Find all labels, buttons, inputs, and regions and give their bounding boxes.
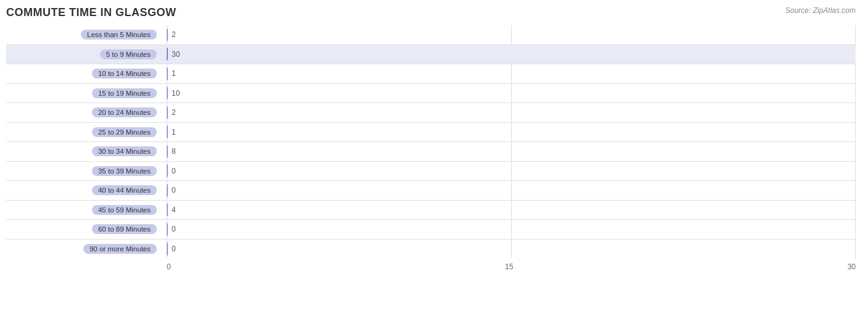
bar-fill bbox=[167, 164, 168, 177]
bar-value: 0 bbox=[172, 186, 176, 195]
bar-row: 35 to 39 Minutes0 bbox=[6, 162, 856, 182]
bar-value: 30 bbox=[172, 50, 180, 59]
bar-fill bbox=[167, 106, 168, 119]
row-label: 60 to 89 Minutes bbox=[92, 224, 157, 234]
bar-value: 1 bbox=[172, 128, 176, 136]
chart-area: Less than 5 Minutes25 to 9 Minutes3010 t… bbox=[6, 25, 856, 274]
bar-fill bbox=[167, 125, 168, 138]
row-label: 10 to 14 Minutes bbox=[92, 69, 157, 78]
row-label: 40 to 44 Minutes bbox=[92, 185, 157, 195]
row-label: 5 to 9 Minutes bbox=[100, 49, 157, 59]
row-label: 35 to 39 Minutes bbox=[92, 166, 157, 176]
x-tick: 30 bbox=[848, 262, 856, 271]
bar-value: 2 bbox=[172, 30, 176, 39]
chart-title: COMMUTE TIME IN GLASGOW bbox=[6, 6, 856, 19]
bar-row: 20 to 24 Minutes2 bbox=[6, 103, 856, 123]
bar-value: 1 bbox=[172, 69, 176, 78]
row-label: 15 to 19 Minutes bbox=[92, 88, 157, 98]
bar-fill bbox=[167, 223, 168, 236]
bar-row: 90 or more Minutes0 bbox=[6, 240, 856, 259]
row-label: 90 or more Minutes bbox=[83, 244, 157, 254]
x-tick: 0 bbox=[167, 262, 171, 271]
bar-fill bbox=[167, 48, 168, 61]
bar-row: 10 to 14 Minutes1 bbox=[6, 64, 856, 84]
bar-value: 10 bbox=[172, 89, 180, 98]
bar-row: 60 to 89 Minutes0 bbox=[6, 220, 856, 240]
row-label: 45 to 59 Minutes bbox=[92, 205, 157, 215]
bar-row: Less than 5 Minutes2 bbox=[6, 25, 856, 45]
bar-fill bbox=[167, 242, 168, 256]
row-label: Less than 5 Minutes bbox=[81, 30, 157, 40]
row-label: 20 to 24 Minutes bbox=[92, 107, 157, 117]
bar-row: 45 to 59 Minutes4 bbox=[6, 201, 856, 220]
bar-value: 0 bbox=[172, 225, 176, 233]
bar-row: 5 to 9 Minutes30 bbox=[6, 45, 856, 65]
x-axis: 01530 bbox=[167, 259, 856, 274]
bar-value: 2 bbox=[172, 108, 176, 117]
source-label: Source: ZipAtlas.com bbox=[785, 6, 856, 15]
row-label: 30 to 34 Minutes bbox=[92, 146, 157, 156]
row-label: 25 to 29 Minutes bbox=[92, 127, 157, 137]
bar-value: 8 bbox=[172, 147, 176, 156]
bar-row: 30 to 34 Minutes8 bbox=[6, 142, 856, 162]
bar-value: 0 bbox=[172, 245, 176, 253]
bar-fill bbox=[167, 67, 168, 80]
bar-row: 15 to 19 Minutes10 bbox=[6, 84, 856, 104]
chart-container: COMMUTE TIME IN GLASGOW Source: ZipAtlas… bbox=[0, 0, 868, 323]
bar-value: 4 bbox=[172, 206, 176, 214]
bar-row: 40 to 44 Minutes0 bbox=[6, 181, 856, 201]
bar-fill bbox=[167, 145, 168, 158]
bar-fill bbox=[167, 28, 168, 41]
bar-value: 0 bbox=[172, 167, 176, 175]
bar-fill bbox=[167, 203, 168, 216]
bar-row: 25 to 29 Minutes1 bbox=[6, 123, 856, 143]
bar-fill bbox=[167, 184, 168, 197]
rows-container: Less than 5 Minutes25 to 9 Minutes3010 t… bbox=[6, 25, 856, 259]
x-tick: 15 bbox=[505, 262, 513, 271]
bar-fill bbox=[167, 86, 168, 99]
